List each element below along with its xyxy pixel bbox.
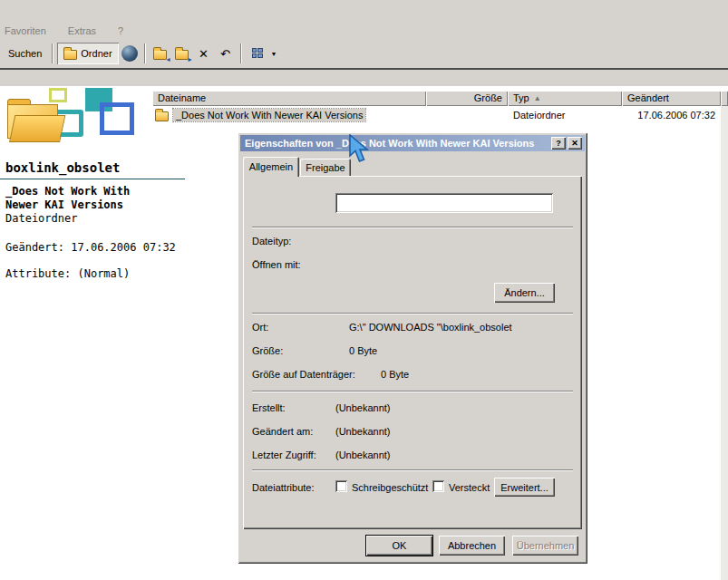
separator xyxy=(252,391,573,392)
column-header-geaendert[interactable]: Geändert xyxy=(622,91,721,106)
search-button[interactable]: Suchen xyxy=(2,43,48,64)
ort-label: Ort: xyxy=(252,322,268,333)
search-button-label: Suchen xyxy=(8,48,42,59)
cancel-button[interactable]: Abbrechen xyxy=(439,536,505,556)
toolbar: Suchen Ordner ◂ ▸ ✕ ↶ ▼ xyxy=(0,40,728,67)
schreibgeschuetzt-label: Schreibgeschützt xyxy=(352,482,428,493)
copy-arrow-icon: ▸ xyxy=(189,56,192,63)
separator xyxy=(252,313,573,314)
column-header-typ-label: Typ xyxy=(513,92,529,103)
toolbar-separator xyxy=(240,44,242,63)
menu-favoriten[interactable]: Favoriten xyxy=(5,25,46,36)
ort-value: G:\" DOWNLOADS "\boxlink_obsolet xyxy=(349,322,512,333)
table-row[interactable]: _Does Not Work With Newer KAI Versions D… xyxy=(152,108,721,122)
large-folder-icon xyxy=(7,99,62,144)
geaendert-am-label: Geändert am: xyxy=(252,426,313,437)
versteckt-checkbox[interactable] xyxy=(432,480,444,492)
folder-artwork xyxy=(5,88,152,159)
help-icon: ? xyxy=(556,139,561,148)
close-icon: ✕ xyxy=(571,139,578,148)
folder-title: boxlink_obsolet xyxy=(5,160,200,175)
title-underline xyxy=(0,179,185,179)
sort-asc-icon: ▲ xyxy=(534,94,541,102)
toolbar-separator xyxy=(52,44,53,63)
separator xyxy=(252,469,573,471)
move-to-button[interactable]: ◂ xyxy=(150,43,171,64)
aendern-button[interactable]: Ändern... xyxy=(494,283,555,303)
undo-icon: ↶ xyxy=(220,48,230,60)
row-folder-icon xyxy=(155,111,169,121)
row-filename[interactable]: _Does Not Work With Newer KAI Versions xyxy=(173,109,365,121)
datentraeger-value: 0 Byte xyxy=(381,369,409,380)
art-blue-square xyxy=(100,102,134,135)
list-header: Dateiname Größe Typ▲ Geändert xyxy=(152,91,728,106)
erstellt-value: (Unbekannt) xyxy=(335,402,391,413)
dateiattribute-label: Dateiattribute: xyxy=(252,482,314,493)
delete-icon: ✕ xyxy=(199,48,209,60)
move-to-folder-icon xyxy=(153,50,167,60)
letzter-zugriff-value: (Unbekannt) xyxy=(335,450,391,460)
views-grid-icon xyxy=(252,48,264,59)
undo-button[interactable]: ↶ xyxy=(215,43,237,64)
folder-icon xyxy=(63,50,77,60)
properties-dialog: Eigenschaften von _Does Not Work With Ne… xyxy=(238,132,587,564)
column-header-typ[interactable]: Typ▲ xyxy=(508,91,622,106)
groesse-value: 0 Byte xyxy=(349,345,377,356)
folders-toggle-button[interactable]: Ordner xyxy=(57,43,118,64)
delete-button[interactable]: ✕ xyxy=(193,43,215,64)
copy-to-folder-icon xyxy=(175,50,189,60)
column-header-groesse[interactable]: Größe xyxy=(426,91,508,106)
dialog-help-button[interactable]: ? xyxy=(551,137,566,150)
views-dropdown-icon: ▼ xyxy=(271,51,277,57)
tab-freigabe[interactable]: Freigabe xyxy=(300,159,351,176)
menu-extras[interactable]: Extras xyxy=(68,25,96,36)
scrollbar-track[interactable] xyxy=(721,106,728,580)
selected-item-type: Dateiordner xyxy=(5,212,200,226)
menu-bar: Favoriten Extras ? xyxy=(0,22,728,39)
groesse-label: Größe: xyxy=(252,345,283,356)
folder-info-panel: boxlink_obsolet _Does Not Work With Newe… xyxy=(5,160,200,280)
selected-item-attributes: Attribute: (Normal) xyxy=(5,267,200,280)
apply-button: Übernehmen xyxy=(512,536,578,556)
dialog-titlebar[interactable]: Eigenschaften von _Does Not Work With Ne… xyxy=(240,135,585,151)
menu-help[interactable]: ? xyxy=(118,25,123,36)
folders-button-label: Ordner xyxy=(81,48,112,59)
geaendert-am-value: (Unbekannt) xyxy=(335,426,391,437)
globe-icon xyxy=(121,45,138,62)
cursor-arrow xyxy=(347,134,373,165)
selected-item-name-line1: _Does Not Work With xyxy=(5,185,200,198)
separator xyxy=(252,227,573,228)
folder-name-input[interactable] xyxy=(335,193,553,213)
datentraeger-label: Größe auf Datenträger: xyxy=(252,369,355,380)
tab-allgemein[interactable]: Allgemein xyxy=(243,157,299,177)
column-header-dateiname[interactable]: Dateiname xyxy=(152,91,426,106)
erweitert-button[interactable]: Erweitert... xyxy=(494,478,555,497)
dateityp-label: Dateityp: xyxy=(252,236,291,246)
dialog-close-button[interactable]: ✕ xyxy=(568,137,582,150)
versteckt-label: Versteckt xyxy=(449,482,490,493)
oeffnen-mit-label: Öffnen mit: xyxy=(252,259,301,270)
schreibgeschuetzt-checkbox[interactable] xyxy=(335,480,347,492)
copy-to-button[interactable]: ▸ xyxy=(171,43,193,64)
selected-item-modified: Geändert: 17.06.2006 07:32 xyxy=(5,241,200,254)
row-type: Dateiordner xyxy=(508,110,622,121)
column-header-stub xyxy=(721,91,728,106)
letzter-zugriff-label: Letzter Zugriff: xyxy=(252,450,316,460)
move-arrow-icon: ◂ xyxy=(167,56,170,63)
views-button[interactable]: ▼ xyxy=(246,43,284,64)
row-modified: 17.06.2006 07:32 xyxy=(622,110,721,121)
tab-page-allgemein: Dateityp: Öffnen mit: Ändern... Ort: G:\… xyxy=(243,176,582,529)
selected-item-name-line2: Newer KAI Versions xyxy=(5,198,200,212)
toolbar-divider xyxy=(0,68,728,70)
ok-button[interactable]: OK xyxy=(366,536,432,556)
history-button[interactable] xyxy=(119,43,141,64)
erstellt-label: Erstellt: xyxy=(252,402,286,413)
toolbar-separator xyxy=(144,44,146,63)
dialog-title: Eigenschaften von _Does Not Work With Ne… xyxy=(245,138,549,149)
